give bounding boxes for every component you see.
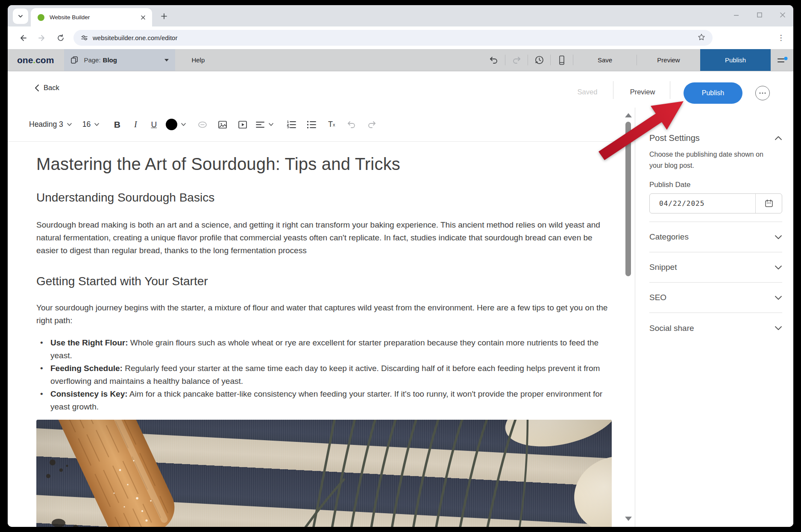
- post-settings-header[interactable]: Post Settings: [649, 133, 782, 143]
- page-value: Blog: [103, 56, 117, 64]
- scrollbar-thumb[interactable]: [625, 122, 631, 276]
- history-button[interactable]: [528, 49, 550, 71]
- undo-button[interactable]: [483, 49, 505, 71]
- saved-status: Saved: [572, 88, 602, 96]
- editor-preview-button[interactable]: Preview: [623, 88, 662, 96]
- tab-favicon: [38, 14, 44, 21]
- chevron-down-icon[interactable]: [67, 123, 72, 126]
- mobile-preview-button[interactable]: [551, 49, 573, 71]
- editor-header: Back Saved Preview Publish: [8, 71, 793, 108]
- list-item: Feeding Schedule: Regularly feed your st…: [36, 362, 612, 388]
- text-color-button[interactable]: [166, 119, 186, 130]
- ordered-list-button[interactable]: [284, 119, 299, 130]
- publish-date-value[interactable]: 04/22/2025: [650, 194, 755, 213]
- align-button[interactable]: [255, 120, 274, 130]
- scrollbar-up-arrow[interactable]: [625, 113, 632, 117]
- chevron-down-icon: [775, 295, 782, 300]
- window-maximize-button[interactable]: [757, 12, 763, 20]
- site-info-icon[interactable]: [80, 34, 88, 42]
- browser-tab[interactable]: Website Builder: [31, 8, 152, 26]
- one-com-logo: one.com: [17, 49, 54, 71]
- sidebar-section-social-share[interactable]: Social share: [649, 313, 782, 343]
- plus-icon: [161, 13, 167, 20]
- format-toolbar: Heading 3 16 B I U: [8, 108, 635, 142]
- chevron-down-icon: [18, 13, 23, 19]
- chevron-down-icon: [268, 123, 274, 126]
- browser-back-button[interactable]: [16, 31, 30, 45]
- address-bar: websitebuilder.one.com/editor ⋮: [8, 26, 793, 49]
- toolbar-menu-button[interactable]: [771, 49, 793, 71]
- chevron-down-icon[interactable]: [94, 123, 100, 126]
- calendar-button[interactable]: [755, 194, 782, 213]
- section-heading: Understanding Sourdough Basics: [36, 190, 612, 205]
- paragraph-style-select[interactable]: Heading 3: [29, 120, 63, 129]
- link-button[interactable]: [195, 119, 210, 130]
- tab-close-icon[interactable]: [138, 13, 148, 22]
- redo-button[interactable]: [505, 49, 528, 71]
- bold-button[interactable]: B: [110, 120, 124, 130]
- sidebar-section-seo[interactable]: SEO: [649, 283, 782, 313]
- calendar-icon: [765, 199, 773, 208]
- post-title: Mastering the Art of Sourdough: Tips and…: [36, 154, 612, 174]
- editor-undo-button[interactable]: [344, 120, 359, 130]
- page-selector[interactable]: Page: Blog: [64, 49, 175, 71]
- tab-title: Website Builder: [50, 14, 138, 20]
- tab-search-button[interactable]: [13, 9, 28, 24]
- color-swatch-icon: [166, 119, 177, 130]
- app-toolbar: one.com Page: Blog Help: [8, 49, 793, 71]
- browser-forward-button[interactable]: [35, 31, 49, 45]
- toolbar-preview-button[interactable]: Preview: [637, 49, 700, 71]
- browser-menu-kebab-icon[interactable]: ⋮: [775, 33, 787, 42]
- chevron-down-icon: [181, 123, 186, 126]
- url-text: websitebuilder.one.com/editor: [93, 34, 697, 41]
- bullet-list-button[interactable]: [304, 119, 319, 130]
- chevron-up-icon: [775, 136, 782, 140]
- section-heading: Getting Started with Your Starter: [36, 274, 612, 289]
- back-button[interactable]: Back: [35, 84, 59, 92]
- help-button[interactable]: Help: [182, 49, 214, 71]
- browser-window: Website Builder: [8, 5, 793, 527]
- window-close-button[interactable]: [780, 12, 786, 20]
- chevron-left-icon: [35, 84, 39, 92]
- chevron-down-icon: [775, 326, 782, 330]
- clear-formatting-button[interactable]: Tx: [324, 120, 339, 129]
- list-item: Consistency is Key: Aim for a thick panc…: [36, 388, 612, 413]
- bookmark-star-icon[interactable]: [697, 33, 706, 43]
- post-settings-title: Post Settings: [649, 133, 700, 143]
- underline-button[interactable]: U: [147, 120, 161, 129]
- insert-image-button[interactable]: [215, 119, 230, 130]
- url-field[interactable]: websitebuilder.one.com/editor: [73, 30, 713, 46]
- blog-editor: Back Saved Preview Publish Heading 3 16 …: [8, 71, 793, 527]
- tab-strip: Website Builder: [8, 5, 793, 26]
- toolbar-save-button[interactable]: Save: [573, 49, 637, 71]
- paragraph: Your sourdough journey begins with the s…: [36, 301, 612, 327]
- ellipsis-icon: [759, 92, 766, 94]
- document-editing-area[interactable]: Mastering the Art of Sourdough: Tips and…: [36, 142, 612, 527]
- font-size-select[interactable]: 16: [82, 120, 91, 129]
- chevron-down-icon: [775, 235, 782, 240]
- chevron-down-icon: [775, 265, 782, 270]
- italic-button[interactable]: I: [129, 120, 142, 129]
- browser-reload-button[interactable]: [53, 31, 68, 45]
- list-item: Use the Right Flour: Whole grain flours …: [36, 336, 612, 362]
- menu-with-notification-icon: [777, 56, 788, 65]
- caret-down-icon: [164, 58, 169, 62]
- page-label: Page:: [84, 56, 100, 64]
- new-tab-button[interactable]: [158, 10, 170, 22]
- insert-video-button[interactable]: [235, 119, 250, 130]
- post-settings-panel: Post Settings Choose the publishing date…: [635, 108, 793, 527]
- sidebar-section-categories[interactable]: Categories: [649, 222, 782, 252]
- publish-date-input[interactable]: 04/22/2025: [649, 193, 782, 213]
- editor-redo-button[interactable]: [364, 120, 379, 130]
- divider: [670, 81, 670, 99]
- sidebar-section-snippet[interactable]: Snippet: [649, 252, 782, 283]
- publish-button[interactable]: Publish: [684, 82, 742, 104]
- window-minimize-button[interactable]: [733, 12, 739, 20]
- scrollbar-down-arrow[interactable]: [625, 517, 632, 521]
- paragraph: Sourdough bread making is both an art an…: [36, 219, 612, 257]
- baking-photo: [36, 420, 612, 527]
- toolbar-publish-button[interactable]: Publish: [700, 49, 771, 71]
- divider: [613, 81, 613, 99]
- more-options-button[interactable]: [755, 86, 770, 100]
- post-settings-description: Choose the publishing date shown on your…: [649, 149, 773, 171]
